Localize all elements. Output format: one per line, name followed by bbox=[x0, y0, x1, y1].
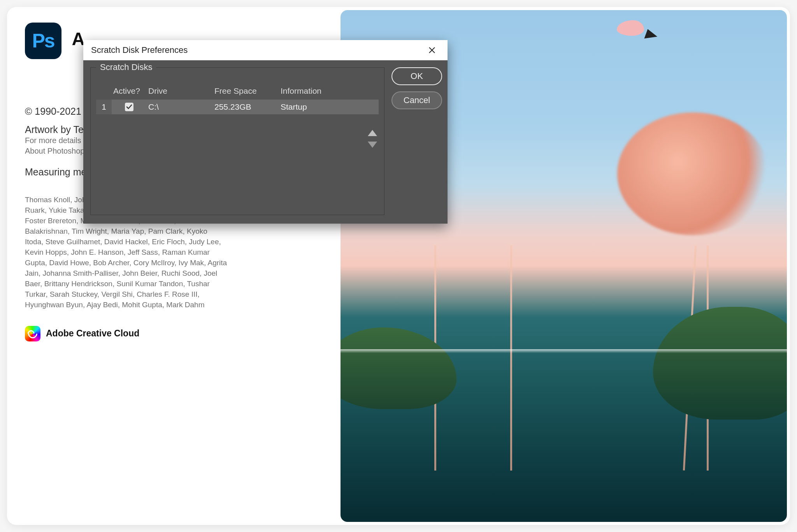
table-header: Active? Drive Free Space Information bbox=[96, 84, 379, 100]
scratch-disk-preferences-dialog: Scratch Disk Preferences Scratch Disks A… bbox=[83, 40, 448, 224]
creative-cloud-row: Adobe Creative Cloud bbox=[25, 326, 338, 341]
ok-button[interactable]: OK bbox=[391, 67, 442, 85]
row-index: 1 bbox=[96, 100, 112, 114]
dialog-body: Scratch Disks Active? Drive Free Space I… bbox=[83, 60, 448, 224]
artwork-flamingo-head bbox=[617, 20, 644, 36]
scratch-disks-group: Scratch Disks Active? Drive Free Space I… bbox=[90, 67, 384, 215]
scratch-disks-table: Active? Drive Free Space Information 1 C… bbox=[96, 84, 379, 114]
creative-cloud-icon bbox=[25, 326, 40, 341]
dialog-titlebar: Scratch Disk Preferences bbox=[83, 40, 448, 60]
creative-cloud-label: Adobe Creative Cloud bbox=[46, 328, 139, 339]
row-drive: C:\ bbox=[147, 102, 213, 112]
artwork-hill bbox=[341, 327, 456, 410]
table-row[interactable]: 1 C:\ 255.23GB Startup bbox=[96, 100, 379, 114]
col-active: Active? bbox=[112, 86, 147, 96]
photoshop-logo: Ps bbox=[25, 23, 61, 59]
artwork-hill bbox=[653, 307, 787, 420]
artwork-cloud bbox=[617, 112, 769, 235]
row-information: Startup bbox=[279, 102, 345, 112]
close-icon[interactable] bbox=[423, 41, 441, 60]
col-free-space: Free Space bbox=[213, 86, 279, 96]
app-name: A bbox=[72, 28, 84, 49]
row-active-cell bbox=[112, 100, 147, 114]
artwork-flamingo-beak bbox=[644, 29, 659, 42]
col-drive: Drive bbox=[147, 86, 213, 96]
photoshop-splash: Ps A © 1990-2021 A Artwork by Ted For mo… bbox=[7, 7, 790, 525]
dialog-title: Scratch Disk Preferences bbox=[91, 45, 423, 55]
reorder-controls bbox=[368, 130, 377, 148]
active-checkbox[interactable] bbox=[125, 103, 133, 111]
dialog-buttons: OK Cancel bbox=[391, 67, 442, 215]
row-free-space: 255.23GB bbox=[213, 102, 279, 112]
move-down-icon[interactable] bbox=[368, 142, 377, 148]
artwork-leg bbox=[510, 245, 512, 471]
artwork-waterline bbox=[341, 349, 787, 353]
group-label: Scratch Disks bbox=[96, 62, 156, 72]
move-up-icon[interactable] bbox=[368, 130, 377, 136]
col-information: Information bbox=[279, 86, 345, 96]
cancel-button[interactable]: Cancel bbox=[391, 91, 442, 109]
